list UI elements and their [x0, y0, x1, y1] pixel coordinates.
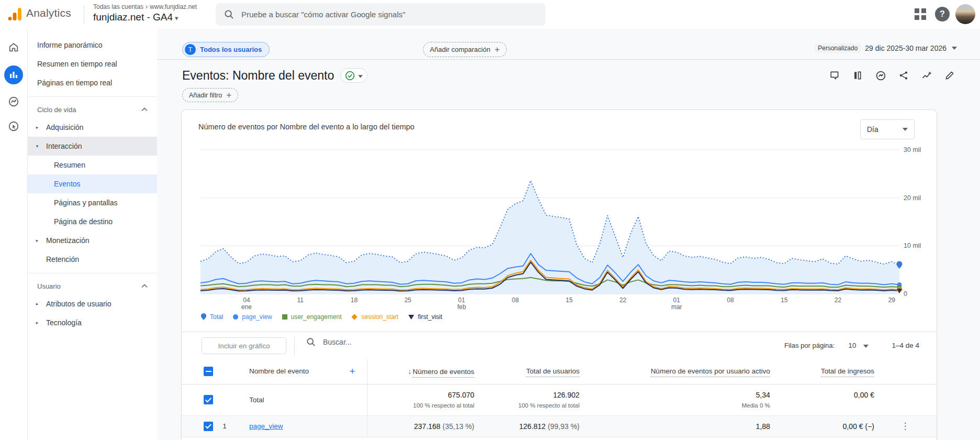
reports-icon[interactable]	[4, 65, 23, 84]
total-row-checkbox[interactable]	[204, 395, 213, 404]
sidebar-item-atributos-de-usuario[interactable]: ▸Atributos de usuario	[28, 294, 157, 313]
x-tick-label: 11	[288, 297, 313, 304]
total-events-per-user: 5,34	[580, 391, 770, 399]
feedback-note-icon[interactable]	[829, 70, 840, 81]
edit-icon[interactable]	[944, 70, 955, 81]
legend-label: page_view	[242, 313, 272, 321]
event-name-link[interactable]: page_view	[249, 422, 283, 430]
advertising-icon[interactable]	[4, 117, 23, 136]
analytics-logo-icon[interactable]	[7, 6, 23, 22]
sidebar-item-resumen[interactable]: Resumen	[28, 156, 157, 174]
sidebar-item-interaccion[interactable]: ▾Interacción	[28, 137, 157, 156]
sidebar-item-informe-panoramico[interactable]: Informe panorámico	[28, 36, 157, 54]
row-events: 237.168	[414, 422, 441, 431]
explore-icon[interactable]	[4, 92, 23, 111]
global-search-input[interactable]	[241, 10, 534, 19]
section-header-usuario[interactable]: Usuario	[28, 278, 157, 294]
x-tick-label: 15	[772, 297, 797, 304]
row-range-label: 1–4 de 4	[892, 342, 919, 349]
insights-icon[interactable]	[921, 70, 932, 81]
expand-arrow-icon[interactable]: ▸	[33, 320, 41, 325]
row-checkbox[interactable]	[204, 422, 213, 431]
legend-item-user-engagement[interactable]: user_engagement	[282, 313, 342, 321]
sidebar-item-tecnologia[interactable]: ▸Tecnología	[28, 313, 157, 332]
table-toolbar: Incluir en gráfico Filas por página: 10 …	[182, 332, 937, 359]
left-icon-rail	[0, 29, 28, 440]
sidebar-item-paginas-tiempo-real[interactable]: Páginas en tiempo real	[28, 73, 157, 92]
explore-link-icon[interactable]	[875, 70, 886, 81]
main-content: T Todos los usuarios Añadir comparación …	[157, 29, 980, 440]
topbar-divider	[84, 5, 84, 24]
report-nav-sidebar: Informe panorámico Resumen en tiempo rea…	[28, 29, 157, 440]
nav-label: Eventos	[28, 180, 81, 188]
user-avatar[interactable]	[955, 4, 975, 24]
row-events-pct: (35,13 %)	[442, 422, 474, 431]
legend-item-total[interactable]: Total	[201, 313, 223, 321]
column-header-dimension[interactable]: Nombre del evento	[249, 367, 309, 375]
share-icon[interactable]	[898, 70, 909, 81]
row-users-pct: (99,93 %)	[548, 422, 580, 431]
collapse-arrow-icon[interactable]: ▾	[33, 144, 41, 149]
property-selector[interactable]: funjdiaz.net - GA4▾	[93, 12, 179, 23]
home-icon[interactable]	[4, 38, 23, 57]
breadcrumb-property[interactable]: www.funjdiaz.net	[150, 3, 197, 10]
nav-label: Página de destino	[28, 217, 113, 226]
sidebar-item-adquisicion[interactable]: ▸Adquisición	[28, 118, 157, 137]
ga4-screen: Analytics Todas las cuentas›www.funjdiaz…	[0, 0, 980, 440]
select-all-checkbox[interactable]	[204, 367, 213, 376]
all-users-chip-label: Todos los usuarios	[200, 46, 262, 53]
caret-down-icon	[903, 128, 908, 131]
y-tick-label: 30 mil	[904, 146, 928, 153]
plus-icon: +	[226, 90, 231, 101]
column-header-events[interactable]: Número de eventos	[413, 368, 474, 378]
add-comparison-button[interactable]: Añadir comparación +	[423, 42, 507, 57]
include-in-chart-button[interactable]: Incluir en gráfico	[202, 337, 286, 354]
table-search-input[interactable]	[323, 338, 522, 346]
table-search[interactable]	[306, 337, 522, 347]
column-header-users[interactable]: Total de usuarios	[526, 367, 580, 377]
breadcrumb[interactable]: Todas las cuentas›www.funjdiaz.net	[93, 3, 197, 10]
compare-bars-icon[interactable]	[852, 70, 863, 81]
apps-grid-icon[interactable]	[915, 8, 926, 20]
sidebar-item-pagina-de-destino[interactable]: Página de destino	[28, 212, 157, 231]
add-dimension-icon[interactable]: +	[349, 366, 355, 377]
help-icon[interactable]: ?	[935, 7, 950, 21]
expand-arrow-icon[interactable]: ▸	[33, 301, 41, 306]
report-title-row: Eventos: Nombre del evento	[182, 68, 368, 83]
comparison-bar: T Todos los usuarios Añadir comparación …	[157, 29, 980, 59]
column-header-revenue[interactable]: Total de ingresos	[821, 367, 874, 377]
rows-per-page-select[interactable]: 10	[848, 342, 856, 349]
legend-item-page-view[interactable]: page_view	[232, 313, 272, 321]
section-label: Ciclo de vida	[28, 106, 76, 114]
table-row[interactable]: 1 page_view 237.168 (35,13 %) 126.812 (9…	[182, 415, 937, 437]
sidebar-item-eventos[interactable]: Eventos	[28, 174, 157, 193]
x-tick-label: 22	[610, 297, 636, 304]
sidebar-item-resumen-tiempo-real[interactable]: Resumen en tiempo real	[28, 54, 157, 73]
section-header-ciclo-de-vida[interactable]: Ciclo de vida	[28, 101, 157, 118]
row-menu-icon[interactable]: ⋮	[874, 415, 937, 437]
all-users-chip[interactable]: T Todos los usuarios	[182, 42, 270, 57]
legend-item-session-start[interactable]: session_start	[351, 313, 398, 321]
add-filter-button[interactable]: Añadir filtro +	[182, 88, 238, 102]
section-label: Usuario	[28, 282, 61, 290]
expand-arrow-icon[interactable]: ▸	[33, 125, 41, 130]
legend-item-first-visit[interactable]: first_visit	[408, 313, 442, 321]
segment-icon: T	[185, 44, 196, 55]
x-tick-label: 29	[879, 297, 904, 304]
column-header-events-per-user[interactable]: Número de eventos por usuario activo	[651, 367, 770, 377]
caret-down-icon[interactable]	[863, 345, 868, 348]
breadcrumb-account[interactable]: Todas las cuentas	[93, 3, 143, 10]
sidebar-item-retencion[interactable]: Retención	[28, 250, 157, 269]
row-revenue: 0,00 € (−)	[770, 415, 874, 437]
sidebar-item-paginas-y-pantallas[interactable]: Páginas y pantallas	[28, 193, 157, 212]
nav-label: Retención	[28, 255, 79, 263]
y-tick-label: 20 mil	[904, 194, 928, 202]
granularity-select[interactable]: Día	[860, 119, 915, 139]
sidebar-item-monetizacion[interactable]: ▸Monetización	[28, 231, 157, 250]
global-search[interactable]	[216, 3, 545, 26]
date-range-picker[interactable]: Personalizado 29 dic 2025-30 mar 2026	[815, 43, 957, 53]
expand-arrow-icon[interactable]: ▸	[33, 238, 41, 243]
sort-desc-icon[interactable]: ↓	[408, 367, 411, 376]
report-status-badge[interactable]	[340, 68, 368, 83]
x-tick-label: 18	[341, 297, 366, 304]
